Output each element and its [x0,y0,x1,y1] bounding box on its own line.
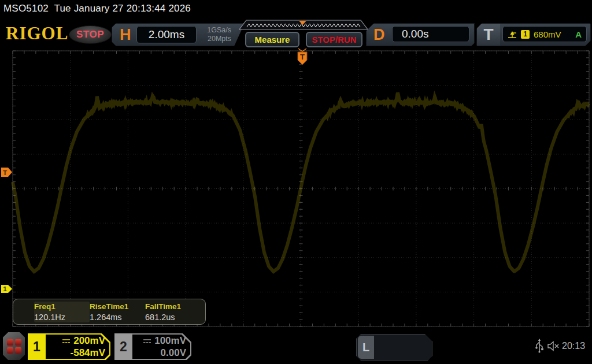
trigger-label: T [483,25,493,44]
channel-2-badge[interactable]: 2 100mV 0.00V [114,333,191,360]
logic-channels-badge[interactable]: L 0 1 2 3 4 5 6 7 8 9 10 11 12 13 14 15 [356,334,432,361]
svg-text:1: 1 [3,285,6,292]
measurement-freq[interactable]: Freq1 120.1Hz [34,302,90,322]
measurement-name: Freq1 [34,302,90,312]
measurement-value: 1.264ms [90,312,145,322]
delay-value[interactable]: 0.00s [392,26,469,42]
stop-run-button-label: STOP/RUN [312,35,356,44]
oscilloscope-screen: TT1 MSO5102 Tue January 27 20:13:44 2026… [0,0,592,364]
measurement-value: 120.1Hz [34,312,90,322]
horizontal-label: H [120,24,131,46]
measurement-value: 681.2us [145,312,201,322]
trigger-mode: A [575,29,582,39]
channel-1-scale: 200mV [73,335,105,347]
channel-1-number[interactable]: 1 [28,333,46,360]
channel-1-zero-marker[interactable]: 1 [1,285,12,293]
measurement-name: FallTime1 [145,302,201,312]
dc-coupling-icon [62,338,71,344]
measure-button[interactable]: Measure [245,32,299,47]
trigger-level-marker[interactable]: T [1,168,12,177]
trigger-panel[interactable]: T 1 680mV A [476,23,591,46]
rigol-logo: RIGOL [6,23,68,44]
trigger-level-value: 680mV [534,29,561,39]
measure-button-label: Measure [255,35,290,44]
menu-grid-icon [7,339,21,354]
svg-text:T: T [300,53,305,61]
dc-coupling-icon [143,338,151,344]
channel-1-offset: -584mV [62,347,105,359]
run-state-label: STOP [76,29,104,40]
svg-text:T: T [3,169,7,176]
measurement-name: RiseTime1 [90,302,145,312]
measurement-risetime[interactable]: RiseTime1 1.264ms [90,302,145,322]
run-state-badge: STOP [69,25,112,44]
channel-2-scale: 100mV [154,335,186,347]
delay-label: D [373,24,385,46]
usb-icon [535,339,544,354]
trigger-slope-icon [508,30,517,39]
logic-label: L [358,336,374,359]
trigger-tab: T [477,24,500,46]
measurements-panel[interactable]: Freq1 120.1Hz RiseTime1 1.264ms FallTime… [13,299,206,325]
trigger-source-badge: 1 [521,30,530,39]
channel-2-number[interactable]: 2 [114,333,132,360]
speaker-muted-icon [547,340,561,352]
menu-button[interactable] [3,332,25,360]
clock: 20:13 [562,341,585,351]
channel-1-badge[interactable]: 1 200mV -584mV [28,333,110,360]
trigger-position-marker[interactable]: T [298,52,307,65]
horizontal-settings-panel[interactable]: H 2.00ms 1GSa/s 20Mpts [112,23,245,46]
delay-panel[interactable]: D 0.00s [366,23,475,46]
memory-depth: 20Mpts [207,35,231,43]
timebase-value[interactable]: 2.00ms [136,26,197,43]
sample-rate: 1GSa/s [207,26,231,35]
measurement-falltime[interactable]: FallTime1 681.2us [145,302,201,322]
waveform-preview-bar[interactable] [239,20,368,31]
titlebar: MSO5102 Tue January 27 20:13:44 2026 [3,3,191,14]
trigger-settings[interactable]: 1 680mV A [502,26,587,42]
channel-2-offset: 0.00V [143,347,186,359]
stop-run-button[interactable]: STOP/RUN [306,32,362,47]
acquisition-rates: 1GSa/s 20Mpts [207,26,231,43]
